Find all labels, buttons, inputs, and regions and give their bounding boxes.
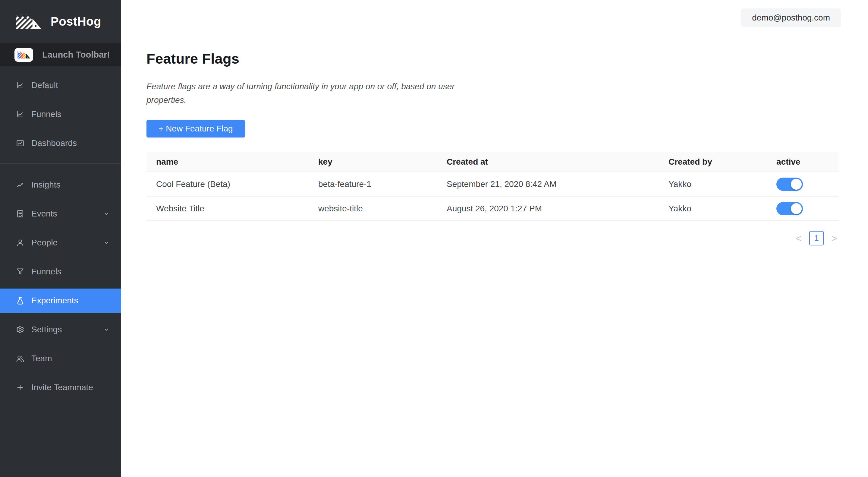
sidebar-item-experiments[interactable]: Experiments	[0, 289, 121, 313]
sidebar-item-label: Dashboards	[31, 139, 110, 148]
main-content: demo@posthog.com Feature Flags Feature f…	[121, 0, 868, 477]
container-icon	[16, 209, 25, 218]
flag-created-at-cell: September 21, 2020 8:42 AM	[437, 172, 659, 196]
rise-arrow-icon	[16, 180, 25, 189]
sidebar-item-events[interactable]: Events	[0, 202, 121, 226]
flag-created-at-cell: August 26, 2020 1:27 PM	[437, 196, 659, 221]
sidebar-item-label: Insights	[31, 180, 110, 190]
toggle-knob	[791, 203, 802, 214]
sidebar: PostHog Launch Toolbar!	[0, 0, 121, 477]
sidebar-item-label: Team	[31, 354, 110, 363]
line-chart-icon	[16, 81, 25, 90]
pagination-prev-icon[interactable]: <	[794, 231, 803, 245]
toggle-knob	[791, 179, 802, 190]
posthog-mini-logo-icon	[14, 48, 33, 62]
brand-name: PostHog	[51, 15, 101, 28]
chevron-down-icon	[102, 326, 110, 333]
flag-created-by-cell: Yakko	[659, 172, 767, 196]
pagination-next-icon[interactable]: >	[830, 231, 839, 245]
page-title: Feature Flags	[147, 50, 839, 67]
sidebar-item-insights[interactable]: Insights	[0, 173, 121, 197]
fund-chart-icon	[16, 139, 25, 148]
team-icon	[16, 354, 25, 363]
column-header-active: active	[767, 152, 839, 172]
sidebar-item-label: People	[31, 238, 102, 247]
posthog-logo-icon	[15, 14, 41, 29]
feature-flags-table: name key Created at Created by active Co…	[147, 152, 839, 221]
page-description: Feature flags are a way of turning funct…	[147, 80, 478, 107]
active-toggle[interactable]	[776, 178, 803, 191]
pagination-page-1[interactable]: 1	[809, 231, 824, 245]
sidebar-menu: Default Funnels Dashboards Insights	[0, 66, 121, 404]
active-toggle[interactable]	[776, 202, 803, 215]
table-row[interactable]: Website Title website-title August 26, 2…	[147, 196, 839, 221]
column-header-key: key	[309, 152, 437, 172]
funnel-icon	[16, 267, 25, 276]
column-header-created-by: Created by	[659, 152, 767, 172]
chevron-down-icon	[102, 210, 110, 218]
sidebar-item-label: Events	[31, 209, 102, 218]
flag-name-cell: Website Title	[147, 196, 309, 221]
column-header-created-at: Created at	[437, 152, 659, 172]
table-row[interactable]: Cool Feature (Beta) beta-feature-1 Septe…	[147, 172, 839, 196]
flag-created-by-cell: Yakko	[659, 196, 767, 221]
sidebar-item-label: Settings	[31, 325, 102, 334]
sidebar-item-invite-teammate[interactable]: Invite Teammate	[0, 376, 121, 399]
sidebar-item-team[interactable]: Team	[0, 347, 121, 370]
sidebar-item-label: Default	[31, 81, 110, 90]
posthog-logo[interactable]: PostHog	[0, 0, 121, 43]
flag-active-cell	[767, 196, 839, 221]
flag-active-cell	[767, 172, 839, 196]
sidebar-divider	[0, 163, 121, 164]
line-chart-icon	[16, 110, 25, 119]
sidebar-item-default[interactable]: Default	[0, 73, 121, 97]
sidebar-item-label: Funnels	[31, 110, 110, 119]
flag-name-cell: Cool Feature (Beta)	[147, 172, 309, 196]
sidebar-item-funnels-2[interactable]: Funnels	[0, 260, 121, 284]
sidebar-item-label: Experiments	[31, 296, 110, 305]
feature-flags-page: Feature Flags Feature flags are a way of…	[121, 0, 868, 258]
sidebar-item-dashboards[interactable]: Dashboards	[0, 131, 121, 155]
flask-icon	[16, 296, 25, 305]
gear-icon	[16, 325, 25, 334]
sidebar-item-label: Invite Teammate	[31, 383, 110, 392]
user-icon	[16, 238, 25, 247]
sidebar-item-label: Funnels	[31, 267, 110, 276]
column-header-name: name	[147, 152, 309, 172]
plus-icon	[16, 383, 25, 392]
sidebar-item-settings[interactable]: Settings	[0, 318, 121, 341]
chevron-down-icon	[102, 239, 110, 247]
flag-key-cell: website-title	[309, 196, 437, 221]
sidebar-item-funnels[interactable]: Funnels	[0, 102, 121, 126]
new-feature-flag-button[interactable]: + New Feature Flag	[147, 120, 245, 138]
user-email-badge[interactable]: demo@posthog.com	[741, 8, 841, 27]
table-header-row: name key Created at Created by active	[147, 152, 839, 172]
launch-toolbar-button[interactable]: Launch Toolbar!	[0, 43, 121, 66]
user-email: demo@posthog.com	[752, 13, 830, 23]
pagination: < 1 >	[147, 231, 839, 258]
launch-toolbar-label: Launch Toolbar!	[42, 50, 110, 60]
sidebar-item-people[interactable]: People	[0, 231, 121, 255]
flag-key-cell: beta-feature-1	[309, 172, 437, 196]
